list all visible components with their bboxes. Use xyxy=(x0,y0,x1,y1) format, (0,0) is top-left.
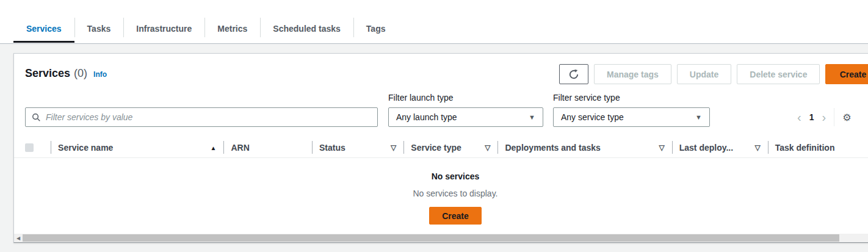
sort-caret-icon[interactable]: ▽ xyxy=(391,143,396,152)
column-label: Task definition xyxy=(775,143,835,153)
sort-ascending-icon[interactable]: ▲ xyxy=(211,145,217,151)
pagination-divider xyxy=(834,108,834,126)
column-label: Status xyxy=(319,143,345,153)
launch-type-filter-label: Filter launch type xyxy=(388,93,454,103)
tab-services[interactable]: Services xyxy=(13,14,74,43)
manage-tags-button[interactable]: Manage tags xyxy=(594,64,671,84)
column-label: Service name xyxy=(58,143,113,153)
pagination: ‹ 1 › ⚙ xyxy=(797,107,851,127)
search-input[interactable] xyxy=(46,112,371,122)
previous-page-icon[interactable]: ‹ xyxy=(797,111,801,123)
chevron-down-icon: ▼ xyxy=(695,113,702,121)
scrollbar-thumb[interactable] xyxy=(23,234,839,242)
column-label: ARN xyxy=(231,143,249,153)
column-last-deployment[interactable]: Last deploy... ▽ xyxy=(672,138,768,157)
horizontal-scrollbar[interactable]: ◀ xyxy=(14,234,868,242)
tab-tags[interactable]: Tags xyxy=(353,14,399,43)
create-button[interactable]: Create xyxy=(825,64,868,84)
column-service-type[interactable]: Service type ▽ xyxy=(403,138,497,157)
services-panel: Services (0) Info Manage tags Update Del… xyxy=(13,53,868,243)
select-all-cell xyxy=(25,138,51,157)
scroll-left-arrow-icon[interactable]: ◀ xyxy=(14,234,23,242)
service-type-value: Any service type xyxy=(561,112,624,122)
current-page[interactable]: 1 xyxy=(809,112,814,122)
tabs-list: Services Tasks Infrastructure Metrics Sc… xyxy=(13,14,398,43)
sort-caret-icon[interactable]: ▽ xyxy=(754,143,760,152)
tab-tasks[interactable]: Tasks xyxy=(74,14,124,43)
empty-state-title: No services xyxy=(37,171,868,181)
empty-state: No services No services to display. Crea… xyxy=(14,171,868,225)
launch-type-dropdown[interactable]: Any launch type ▼ xyxy=(388,107,543,127)
sort-caret-icon[interactable]: ▽ xyxy=(485,143,490,152)
panel-header: Services (0) Info xyxy=(25,67,107,80)
column-label: Last deploy... xyxy=(679,143,733,153)
update-button[interactable]: Update xyxy=(677,64,731,84)
launch-type-value: Any launch type xyxy=(396,112,457,122)
empty-state-create-button[interactable]: Create xyxy=(429,207,482,225)
select-all-checkbox[interactable] xyxy=(25,143,34,152)
tab-infrastructure[interactable]: Infrastructure xyxy=(123,14,204,43)
search-icon xyxy=(32,113,41,122)
search-box[interactable] xyxy=(25,107,378,127)
chevron-down-icon: ▼ xyxy=(529,113,535,121)
empty-state-message: No services to display. xyxy=(37,189,868,198)
sort-caret-icon[interactable]: ▽ xyxy=(659,143,664,152)
column-label: Deployments and tasks xyxy=(505,143,600,153)
service-type-filter-label: Filter service type xyxy=(553,93,620,103)
tab-bar: Services Tasks Infrastructure Metrics Sc… xyxy=(0,0,868,44)
column-status[interactable]: Status ▽ xyxy=(312,138,403,157)
column-arn[interactable]: ARN xyxy=(223,138,312,157)
delete-service-button[interactable]: Delete service xyxy=(737,64,820,84)
info-link[interactable]: Info xyxy=(93,70,107,79)
toolbar: Manage tags Update Delete service Create xyxy=(559,64,868,84)
panel-title: Services xyxy=(25,67,70,80)
refresh-icon xyxy=(568,69,579,80)
services-count: (0) xyxy=(74,67,87,80)
refresh-button[interactable] xyxy=(559,64,588,84)
gear-icon[interactable]: ⚙ xyxy=(842,112,851,123)
tab-scheduled-tasks[interactable]: Scheduled tasks xyxy=(260,14,353,43)
column-service-name[interactable]: Service name ▲ xyxy=(51,138,223,157)
table-header: Service name ▲ ARN Status ▽ Service type… xyxy=(14,138,868,158)
column-label: Service type xyxy=(411,143,461,153)
tab-metrics[interactable]: Metrics xyxy=(204,14,260,43)
next-page-icon[interactable]: › xyxy=(822,111,826,123)
column-deployments-and-tasks[interactable]: Deployments and tasks ▽ xyxy=(497,138,671,157)
service-type-dropdown[interactable]: Any service type ▼ xyxy=(553,107,710,127)
column-task-definition[interactable]: Task definition xyxy=(768,138,868,157)
